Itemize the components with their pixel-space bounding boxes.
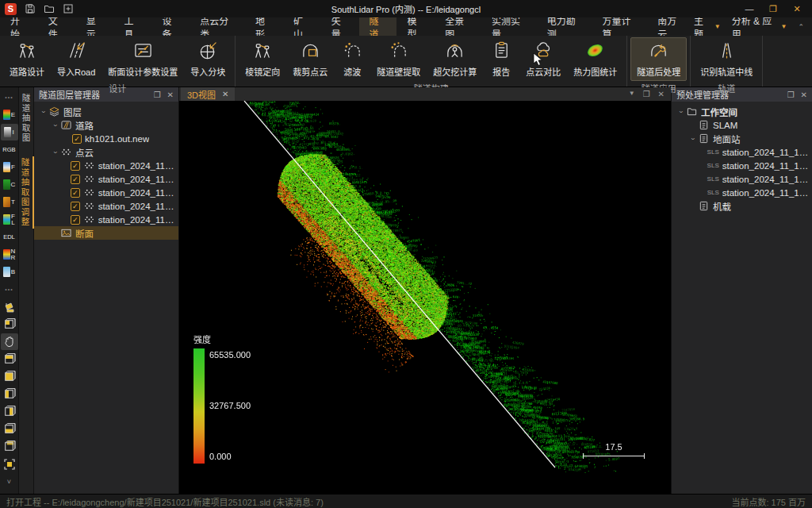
left-view-button[interactable] [1, 386, 18, 402]
right-view-button[interactable] [1, 403, 18, 420]
restore-button[interactable]: ❐ [763, 2, 783, 15]
menu-item-开始[interactable]: 开始 [0, 17, 38, 36]
workspace-tree-item-地面站[interactable]: ›地面站 [672, 132, 812, 145]
ribbon-button-断面设计参数设置[interactable]: 断面设计参数设置 [102, 37, 184, 81]
ribbon-button-热力图统计[interactable]: 热力图统计 [567, 37, 623, 81]
workspace-tree-item-SLAM[interactable]: ›SLAM [672, 118, 812, 132]
viewport-canvas[interactable] [179, 101, 671, 494]
menu-item-显示[interactable]: 显示 [76, 17, 114, 36]
checkbox-checked[interactable]: ✓ [72, 134, 82, 144]
ribbon-button-裁剪点云[interactable]: 裁剪点云 [286, 37, 334, 81]
close-panel-icon[interactable]: ✕ [801, 90, 807, 99]
top-view-button[interactable] [1, 351, 18, 368]
menu-item-南方云[interactable]: 南方云 [647, 17, 694, 36]
status-point-count: 当前点数: 175 百万 [731, 495, 806, 508]
minimize-button[interactable]: — [739, 2, 760, 15]
workspace-tree-item-工作空间[interactable]: ›工作空间 [672, 105, 812, 118]
close-view-icon[interactable]: ✕ [658, 90, 665, 98]
expand-arrow-icon[interactable]: › [52, 121, 59, 130]
checkbox-checked[interactable]: ✓ [71, 202, 80, 211]
menu-item-矢量[interactable]: 矢量 [321, 17, 359, 36]
tree-item-label: 道路 [75, 119, 94, 132]
ribbon-button-导入Road[interactable]: 导入Road [51, 37, 102, 81]
expand-arrow-icon[interactable]: › [52, 148, 59, 157]
menu-item-电力勘测[interactable]: 电力勘测 [537, 17, 592, 36]
expand-arrow-icon[interactable]: › [40, 107, 48, 117]
layer-tree-item-station_2024_11_19_1...[interactable]: ›✓station_2024_11_19_1... [34, 172, 178, 186]
side-tab-隧道抽取图调整[interactable]: 隧道抽取图调整 [19, 156, 34, 229]
menu-item-实测实量[interactable]: 实测实量 [481, 17, 537, 36]
color-by-fl-button[interactable]: FL [1, 211, 18, 228]
workspace-tree-item-机载[interactable]: ›机载 [672, 199, 812, 213]
ribbon-button-滤波[interactable]: 滤波 [334, 37, 370, 81]
color-by-nr-button[interactable]: NR [1, 246, 18, 263]
color-by-time-button[interactable]: T [1, 194, 18, 210]
menu-item-隧道[interactable]: 隧道 [359, 17, 397, 36]
workspace-tree-item-station_2024_11_19_10_52_...[interactable]: ›SLSstation_2024_11_19_10_52_... [672, 172, 812, 186]
ribbon-button-隧道后处理[interactable]: 隧道后处理 [630, 37, 687, 81]
checkbox-checked[interactable]: ✓ [71, 215, 80, 225]
color-by-class-button[interactable]: C [1, 176, 18, 193]
layer-tree-item-点云[interactable]: ›点云 [34, 145, 178, 159]
iso-view-button[interactable] [1, 316, 18, 333]
zoom-extent-button[interactable] [1, 456, 18, 472]
close-button[interactable]: ✕ [787, 2, 807, 15]
ribbon-button-隧道壁提取[interactable]: 隧道壁提取 [370, 37, 427, 81]
ribbon-button-棱镜定向[interactable]: 棱镜定向 [239, 37, 286, 81]
back-view-button[interactable] [1, 438, 18, 455]
menu-item-方量计算[interactable]: 方量计算 [592, 17, 648, 36]
layer-tree-item-station_2024_11_19_1...[interactable]: ›✓station_2024_11_19_1... [34, 159, 178, 172]
expand-arrow-icon[interactable]: › [677, 107, 685, 117]
menu-item-工具[interactable]: 工具 [114, 17, 152, 36]
expand-arrow-icon[interactable]: › [689, 134, 697, 144]
more[interactable]: ˅ [1, 473, 18, 490]
layer-tree-item-station_2024_11_19_1...[interactable]: ›✓station_2024_11_19_1... [34, 213, 178, 226]
layer-tree-item-kh1021.out.new[interactable]: ›✓kh1021.out.new [34, 132, 178, 145]
pan-tool-button[interactable] [1, 333, 18, 350]
float-panel-icon[interactable]: ❐ [787, 90, 795, 99]
workspace-tree-item-station_2024_11_19_10_43_...[interactable]: ›SLSstation_2024_11_19_10_43_... [672, 145, 812, 159]
menu-item-设备[interactable]: 设备 [151, 17, 190, 36]
ribbon-button-报告[interactable]: 报告 [483, 37, 519, 81]
side-tab-隧道抽取图[interactable]: 隧道抽取图 [20, 92, 33, 145]
legend-min-value: 0.000 [209, 452, 232, 461]
layer-tree-item-道路[interactable]: ›道路 [34, 118, 178, 132]
workspace-tree-item-station_2024_11_19_10_48_...[interactable]: ›SLSstation_2024_11_19_10_48_... [672, 159, 812, 172]
workspace-tree-item-station_2024_11_19_11_01_...[interactable]: ›SLSstation_2024_11_19_11_01_... [672, 186, 812, 199]
layer-tree-item-图层[interactable]: ›图层 [34, 105, 178, 118]
ribbon-button-识别轨道中线[interactable]: 识别轨道中线 [694, 37, 759, 81]
bottom-view-button[interactable] [1, 368, 18, 385]
float-view-icon[interactable]: ❐ [643, 90, 650, 98]
menu-item-模型[interactable]: 模型 [396, 17, 435, 36]
close-tab-icon[interactable]: ✕ [222, 90, 228, 98]
ribbon-button-导入分块[interactable]: 导入分块 [184, 37, 232, 81]
front-view-button[interactable] [1, 421, 18, 437]
edl-shading-button[interactable]: EDL [1, 229, 18, 245]
menu-item-点云分类[interactable]: 点云分类 [190, 17, 245, 36]
menu-item-文件[interactable]: 文件 [38, 17, 76, 36]
chevron-down-icon[interactable]: ▼ [629, 90, 635, 98]
checkbox-checked[interactable]: ✓ [71, 175, 80, 184]
ribbon-button-label: 道路设计 [10, 65, 44, 78]
tab-3d-view[interactable]: 3D视图 ✕ [181, 87, 235, 101]
collapse-ribbon-button[interactable]: ⌃ [798, 23, 804, 31]
menu-item-全景图[interactable]: 全景图 [435, 17, 481, 36]
menu-item-矿山[interactable]: 矿山 [283, 17, 321, 36]
color-by-f-button[interactable]: F [1, 159, 18, 175]
layer-tree-item-station_2024_11_19_1...[interactable]: ›✓station_2024_11_19_1... [34, 199, 178, 213]
layer-tree-item-station_2024_11_19_1...[interactable]: ›✓station_2024_11_19_1... [34, 186, 178, 199]
ribbon-button-超欠挖计算[interactable]: 超欠挖计算 [427, 37, 483, 81]
menu-item-地形[interactable]: 地形 [245, 17, 283, 36]
checkbox-checked[interactable]: ✓ [71, 161, 80, 171]
layer-tree-item-断面[interactable]: ›断面 [34, 226, 178, 240]
color-by-rgb-button[interactable]: RGB [1, 141, 18, 158]
color-by-intensity-button[interactable]: I [1, 124, 18, 140]
color-by-elevation-button[interactable]: E [1, 106, 18, 123]
pick-tool-button[interactable] [1, 298, 18, 315]
viewport-3d[interactable]: 强度 65535.000 32767.500 0.000 17.5 [179, 101, 671, 494]
ribbon-button-label: 隧道后处理 [637, 65, 680, 78]
ribbon-button-道路设计[interactable]: 道路设计 [3, 37, 51, 81]
color-by-blend-button[interactable]: B [1, 264, 18, 280]
checkbox-checked[interactable]: ✓ [71, 188, 80, 198]
sls-badge: SLS [707, 175, 719, 183]
